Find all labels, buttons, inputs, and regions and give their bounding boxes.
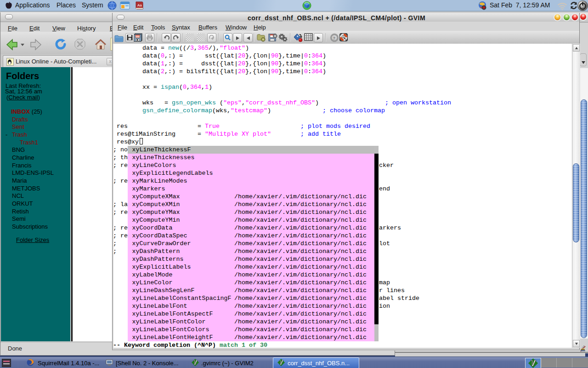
- svg-text:?: ?: [333, 35, 335, 40]
- svg-text:Aa: Aa: [137, 3, 142, 7]
